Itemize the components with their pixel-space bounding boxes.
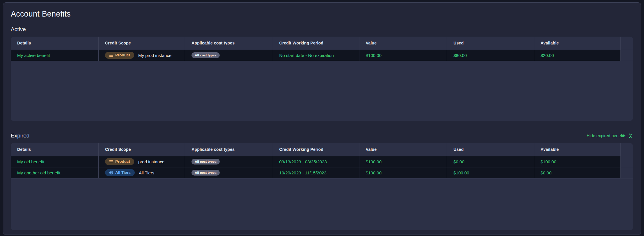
column-header-spacer [620,143,633,156]
column-header-details: Details [11,143,98,156]
credit-scope-cell: Productprod instance [98,156,185,167]
column-header-spacer [620,37,633,50]
table-row: My another old benefitAll TiersAll Tiers… [11,167,633,178]
value-cell: $100.00 [359,50,447,61]
credit-working-period-cell: 03/13/2023 - 03/25/2023 [273,156,359,167]
list-icon [109,160,113,164]
row-spacer-cell [620,156,633,167]
cost-types-cell: All cost types [185,50,273,61]
used-cell: $80.00 [447,50,534,61]
value-cell: $100.00 [359,167,447,178]
column-header-available: Available [534,37,620,50]
scope-instance-label: My prod instance [138,53,171,58]
column-header-cost-types: Applicable cost types [185,37,273,50]
column-header-period: Credit Working Period [273,37,359,50]
expired-benefits-table: Details Credit Scope Applicable cost typ… [11,143,633,230]
cost-types-badge: All cost types [191,159,220,165]
scope-badge-label: Product [115,53,130,57]
benefit-details-link[interactable]: My old benefit [17,159,44,164]
available-cell: $0.00 [534,167,620,178]
table-header-row: Details Credit Scope Applicable cost typ… [11,37,633,50]
scope-badge-label: Product [115,160,130,164]
row-spacer-cell [620,167,633,178]
credit-working-period-cell: No start date - No expiration [273,50,359,61]
credit-scope-cell: All TiersAll Tiers [98,167,185,178]
available-cell: $20.00 [534,50,620,61]
column-header-used: Used [447,37,534,50]
column-header-used: Used [447,143,534,156]
column-header-value: Value [359,143,447,156]
credit-working-period-cell: 10/20/2023 - 11/15/2023 [273,167,359,178]
column-header-value: Value [359,37,447,50]
column-header-credit-scope: Credit Scope [98,143,185,156]
details-cell: My old benefit [11,156,98,167]
benefit-details-link[interactable]: My another old benefit [17,170,60,175]
used-cell: $0.00 [447,156,534,167]
value-cell: $100.00 [359,156,447,167]
column-header-period: Credit Working Period [273,143,359,156]
scope-instance-label: All Tiers [139,170,154,175]
hide-expired-benefits-label: Hide expired benefits [587,133,626,138]
cost-types-cell: All cost types [185,167,273,178]
column-header-available: Available [534,143,620,156]
table-row: My active benefitProductMy prod instance… [11,50,633,61]
details-cell: My active benefit [11,50,98,61]
column-header-cost-types: Applicable cost types [185,143,273,156]
credit-scope-cell: ProductMy prod instance [98,50,185,61]
scope-instance-label: prod instance [138,159,164,164]
table-row: My old benefitProductprod instanceAll co… [11,156,633,167]
globe-icon [109,171,113,175]
column-header-credit-scope: Credit Scope [98,37,185,50]
table-header-row: Details Credit Scope Applicable cost typ… [11,143,633,156]
active-section-heading: Active [11,26,633,33]
account-benefits-panel: Account Benefits Active Details Credit S… [3,2,641,235]
list-icon [109,53,113,57]
hide-expired-benefits-link[interactable]: Hide expired benefits [587,133,633,138]
page-title: Account Benefits [11,10,633,19]
product-badge: Product [105,158,134,165]
collapse-vertical-icon [628,133,633,138]
all-tiers-badge: All Tiers [105,169,135,176]
expired-section-heading: Expired [11,133,29,139]
active-benefits-table: Details Credit Scope Applicable cost typ… [11,37,633,121]
used-cell: $100.00 [447,167,534,178]
cost-types-badge: All cost types [191,170,220,176]
scope-badge-label: All Tiers [115,171,131,175]
cost-types-badge: All cost types [191,52,220,58]
row-spacer-cell [620,50,633,61]
benefit-details-link[interactable]: My active benefit [17,53,50,58]
available-cell: $100.00 [534,156,620,167]
cost-types-cell: All cost types [185,156,273,167]
column-header-details: Details [11,37,98,50]
details-cell: My another old benefit [11,167,98,178]
product-badge: Product [105,52,134,59]
